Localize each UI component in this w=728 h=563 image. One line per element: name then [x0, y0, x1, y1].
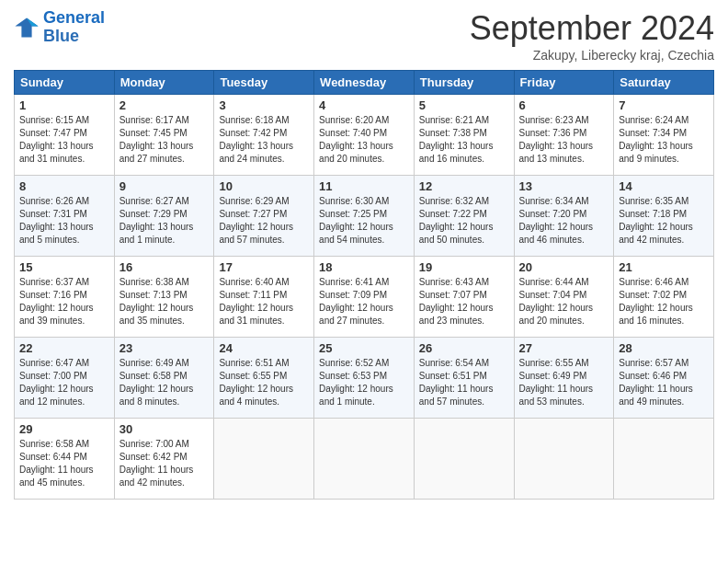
- day-number: 19: [419, 260, 509, 274]
- day-number: 13: [519, 179, 609, 193]
- calendar-cell: 19Sunrise: 6:43 AM Sunset: 7:07 PM Dayli…: [414, 257, 514, 338]
- calendar-cell: 24Sunrise: 6:51 AM Sunset: 6:55 PM Dayli…: [214, 338, 314, 419]
- day-header-saturday: Saturday: [614, 71, 714, 95]
- day-info: Sunrise: 7:00 AM Sunset: 6:42 PM Dayligh…: [119, 438, 210, 489]
- day-number: 11: [319, 179, 409, 193]
- day-info: Sunrise: 6:17 AM Sunset: 7:45 PM Dayligh…: [119, 114, 210, 166]
- calendar-cell: 25Sunrise: 6:52 AM Sunset: 6:53 PM Dayli…: [314, 338, 415, 419]
- day-info: Sunrise: 6:40 AM Sunset: 7:11 PM Dayligh…: [219, 276, 309, 327]
- calendar-cell: 4Sunrise: 6:20 AM Sunset: 7:40 PM Daylig…: [314, 95, 415, 176]
- day-info: Sunrise: 6:51 AM Sunset: 6:55 PM Dayligh…: [219, 357, 309, 408]
- day-info: Sunrise: 6:15 AM Sunset: 7:47 PM Dayligh…: [19, 114, 109, 166]
- day-info: Sunrise: 6:20 AM Sunset: 7:40 PM Dayligh…: [319, 114, 409, 166]
- day-info: Sunrise: 6:55 AM Sunset: 6:49 PM Dayligh…: [519, 357, 609, 408]
- day-number: 14: [619, 179, 709, 193]
- calendar-cell: 14Sunrise: 6:35 AM Sunset: 7:18 PM Dayli…: [614, 176, 714, 257]
- day-info: Sunrise: 6:44 AM Sunset: 7:04 PM Dayligh…: [519, 276, 609, 327]
- day-number: 10: [219, 179, 309, 193]
- calendar-cell: 29Sunrise: 6:58 AM Sunset: 6:44 PM Dayli…: [15, 419, 115, 500]
- day-info: Sunrise: 6:24 AM Sunset: 7:34 PM Dayligh…: [619, 114, 709, 166]
- day-number: 28: [619, 341, 709, 355]
- day-number: 1: [19, 98, 109, 112]
- day-info: Sunrise: 6:34 AM Sunset: 7:20 PM Dayligh…: [519, 195, 609, 247]
- calendar-cell: 6Sunrise: 6:23 AM Sunset: 7:36 PM Daylig…: [514, 95, 614, 176]
- calendar-week-4: 22Sunrise: 6:47 AM Sunset: 7:00 PM Dayli…: [15, 338, 714, 419]
- day-number: 9: [119, 179, 210, 193]
- day-number: 3: [219, 98, 309, 112]
- day-header-wednesday: Wednesday: [314, 71, 415, 95]
- day-info: Sunrise: 6:32 AM Sunset: 7:22 PM Dayligh…: [419, 195, 509, 247]
- day-number: 15: [19, 260, 109, 274]
- day-number: 8: [19, 179, 109, 193]
- day-number: 18: [319, 260, 409, 274]
- day-number: 25: [319, 341, 409, 355]
- calendar-cell: 27Sunrise: 6:55 AM Sunset: 6:49 PM Dayli…: [514, 338, 614, 419]
- calendar-week-1: 1Sunrise: 6:15 AM Sunset: 7:47 PM Daylig…: [15, 95, 714, 176]
- calendar-cell: 23Sunrise: 6:49 AM Sunset: 6:58 PM Dayli…: [114, 338, 214, 419]
- calendar-cell: 30Sunrise: 7:00 AM Sunset: 6:42 PM Dayli…: [114, 419, 214, 500]
- day-info: Sunrise: 6:29 AM Sunset: 7:27 PM Dayligh…: [219, 195, 309, 247]
- day-info: Sunrise: 6:18 AM Sunset: 7:42 PM Dayligh…: [219, 114, 309, 166]
- day-number: 7: [619, 98, 709, 112]
- calendar-cell: 13Sunrise: 6:34 AM Sunset: 7:20 PM Dayli…: [514, 176, 614, 257]
- calendar-cell: 9Sunrise: 6:27 AM Sunset: 7:29 PM Daylig…: [114, 176, 214, 257]
- calendar-cell: 10Sunrise: 6:29 AM Sunset: 7:27 PM Dayli…: [214, 176, 314, 257]
- calendar-week-2: 8Sunrise: 6:26 AM Sunset: 7:31 PM Daylig…: [15, 176, 714, 257]
- day-info: Sunrise: 6:27 AM Sunset: 7:29 PM Dayligh…: [119, 195, 210, 247]
- calendar-cell: 2Sunrise: 6:17 AM Sunset: 7:45 PM Daylig…: [114, 95, 214, 176]
- day-number: 6: [519, 98, 609, 112]
- calendar-cell: 8Sunrise: 6:26 AM Sunset: 7:31 PM Daylig…: [15, 176, 115, 257]
- day-info: Sunrise: 6:35 AM Sunset: 7:18 PM Dayligh…: [619, 195, 709, 247]
- calendar-cell: 12Sunrise: 6:32 AM Sunset: 7:22 PM Dayli…: [414, 176, 514, 257]
- day-info: Sunrise: 6:26 AM Sunset: 7:31 PM Dayligh…: [19, 195, 109, 247]
- day-number: 29: [19, 422, 109, 436]
- day-info: Sunrise: 6:52 AM Sunset: 6:53 PM Dayligh…: [319, 357, 409, 408]
- day-header-thursday: Thursday: [414, 71, 514, 95]
- day-number: 2: [119, 98, 210, 112]
- calendar-cell: 22Sunrise: 6:47 AM Sunset: 7:00 PM Dayli…: [15, 338, 115, 419]
- calendar-cell: 16Sunrise: 6:38 AM Sunset: 7:13 PM Dayli…: [114, 257, 214, 338]
- title-block: September 2024 Zakupy, Liberecky kraj, C…: [470, 9, 714, 63]
- month-title: September 2024: [470, 9, 714, 48]
- calendar-cell: 5Sunrise: 6:21 AM Sunset: 7:38 PM Daylig…: [414, 95, 514, 176]
- day-info: Sunrise: 6:54 AM Sunset: 6:51 PM Dayligh…: [419, 357, 509, 408]
- calendar-cell: [414, 419, 514, 500]
- location-subtitle: Zakupy, Liberecky kraj, Czechia: [470, 48, 714, 63]
- calendar-cell: 20Sunrise: 6:44 AM Sunset: 7:04 PM Dayli…: [514, 257, 614, 338]
- logo-text: General Blue: [43, 9, 105, 46]
- calendar-cell: [214, 419, 314, 500]
- day-number: 12: [419, 179, 509, 193]
- day-number: 30: [119, 422, 210, 436]
- calendar-week-5: 29Sunrise: 6:58 AM Sunset: 6:44 PM Dayli…: [15, 419, 714, 500]
- day-info: Sunrise: 6:38 AM Sunset: 7:13 PM Dayligh…: [119, 276, 210, 327]
- calendar-table: SundayMondayTuesdayWednesdayThursdayFrid…: [14, 70, 714, 500]
- day-number: 5: [419, 98, 509, 112]
- calendar-cell: [614, 419, 714, 500]
- day-info: Sunrise: 6:58 AM Sunset: 6:44 PM Dayligh…: [19, 438, 109, 489]
- calendar-cell: 26Sunrise: 6:54 AM Sunset: 6:51 PM Dayli…: [414, 338, 514, 419]
- day-number: 22: [19, 341, 109, 355]
- calendar-cell: 7Sunrise: 6:24 AM Sunset: 7:34 PM Daylig…: [614, 95, 714, 176]
- day-number: 16: [119, 260, 210, 274]
- day-number: 4: [319, 98, 409, 112]
- calendar-cell: 17Sunrise: 6:40 AM Sunset: 7:11 PM Dayli…: [214, 257, 314, 338]
- calendar-cell: 1Sunrise: 6:15 AM Sunset: 7:47 PM Daylig…: [15, 95, 115, 176]
- day-number: 27: [519, 341, 609, 355]
- day-info: Sunrise: 6:41 AM Sunset: 7:09 PM Dayligh…: [319, 276, 409, 327]
- day-info: Sunrise: 6:43 AM Sunset: 7:07 PM Dayligh…: [419, 276, 509, 327]
- day-number: 26: [419, 341, 509, 355]
- logo: General Blue: [14, 9, 105, 46]
- day-info: Sunrise: 6:49 AM Sunset: 6:58 PM Dayligh…: [119, 357, 210, 408]
- day-number: 17: [219, 260, 309, 274]
- calendar-cell: 3Sunrise: 6:18 AM Sunset: 7:42 PM Daylig…: [214, 95, 314, 176]
- day-number: 24: [219, 341, 309, 355]
- day-info: Sunrise: 6:30 AM Sunset: 7:25 PM Dayligh…: [319, 195, 409, 247]
- day-info: Sunrise: 6:57 AM Sunset: 6:46 PM Dayligh…: [619, 357, 709, 408]
- day-header-tuesday: Tuesday: [214, 71, 314, 95]
- day-number: 20: [519, 260, 609, 274]
- day-info: Sunrise: 6:23 AM Sunset: 7:36 PM Dayligh…: [519, 114, 609, 166]
- calendar-cell: 28Sunrise: 6:57 AM Sunset: 6:46 PM Dayli…: [614, 338, 714, 419]
- calendar-header-row: SundayMondayTuesdayWednesdayThursdayFrid…: [15, 71, 714, 95]
- day-info: Sunrise: 6:47 AM Sunset: 7:00 PM Dayligh…: [19, 357, 109, 408]
- day-header-monday: Monday: [114, 71, 214, 95]
